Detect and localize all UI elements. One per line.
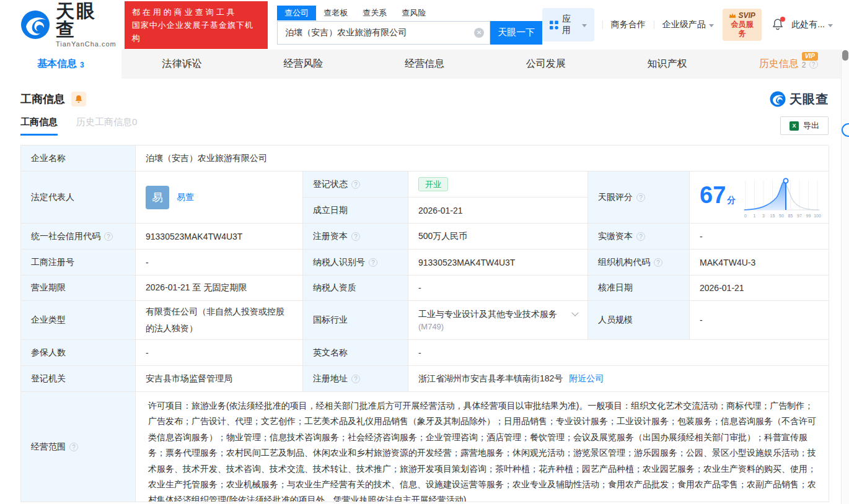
establish-date-value: 2026-01-21 [408,198,588,224]
business-info-table: 企业名称 泊壤（安吉）农业旅游有限公司 法定代表人 易 易萱 登记状态 开业 天… [20,145,829,502]
taxpayer-id-value: 91330523MAK4TW4U3T [408,250,588,276]
insured-count-label: 参保人数 [21,340,136,366]
reg-authority-label: 登记机关 [21,366,136,392]
legal-rep-label: 法定代表人 [21,172,136,224]
help-icon[interactable] [351,180,360,189]
chevron-down-icon[interactable] [571,310,578,316]
svg-text:97: 97 [797,214,802,218]
help-icon[interactable] [654,258,662,267]
scrollbar-track[interactable] [841,50,849,504]
industry-value: 工业与专业设计及其他专业技术服务 [418,309,557,320]
scrollbar-thumb[interactable] [842,50,848,61]
subtab-history-business-info[interactable]: 历史工商信息0 [76,116,137,136]
apps-menu[interactable]: 应用 [542,8,594,41]
search-button[interactable]: 天眼一下 [490,21,542,45]
monitor-bell-button[interactable] [71,92,86,106]
logo-title: 天眼查 [56,2,117,39]
help-icon[interactable] [104,232,113,241]
score-label-cell: 天眼评分 [588,172,690,224]
address-label-cell: 注册地址 [303,366,408,392]
company-nav-tabs: 基本信息 3 法律诉讼 经营风险 经营信息 公司发展 知识产权 VIP 历史信息… [0,50,849,79]
tab-count: 3 [80,61,84,69]
enterprise-products-menu[interactable]: 企业级产品 [662,19,714,30]
establish-date-label: 成立日期 [303,198,408,224]
clear-icon[interactable] [474,28,484,38]
reg-authority-value: 安吉县市场监督管理局 [136,366,303,392]
bell-icon [74,95,83,103]
taxpayer-quality-value: - [408,276,588,301]
reg-capital-value: 500万人民币 [408,224,588,250]
help-icon[interactable] [809,60,818,69]
notification-bell[interactable] [772,18,784,32]
tianyancha-watermark: 天眼查 [770,91,829,108]
business-cooperation-link[interactable]: 商务合作 [611,19,646,30]
paid-capital-value: - [690,224,829,250]
promo-line1: 都在用的商业查询工具 [132,6,260,19]
svg-text:85: 85 [788,214,793,218]
svip-member-button[interactable]: SVIP 会员服务 [723,9,762,41]
search-tab-relation[interactable]: 查关系 [355,6,394,20]
reg-status-cell: 开业 [408,172,588,198]
tab-history-info[interactable]: VIP 历史信息 2 [728,50,849,79]
search-tab-company[interactable]: 查公司 [277,6,316,20]
subtab-business-info[interactable]: 工商信息 [20,116,58,136]
address-cell: 浙江省湖州市安吉县孝丰镇南街182号 附近公司 [408,366,829,392]
nearby-companies-link[interactable]: 附近公司 [569,373,604,385]
legal-rep-avatar[interactable]: 易 [146,186,169,209]
search-tab-boss[interactable]: 查老板 [316,6,355,20]
help-icon[interactable] [636,193,645,202]
company-type-value: 有限责任公司（非自然人投资或控股的法人独资） [136,301,303,340]
svg-text:3: 3 [762,214,765,218]
tab-intellectual-property[interactable]: 知识产权 [607,50,728,79]
business-scope-label-cell: 经营范围 [21,392,136,502]
score-unit: 分 [727,195,736,205]
status-badge: 开业 [418,177,448,191]
company-name-label: 企业名称 [21,146,136,172]
approval-date-value: 2026-01-21 [690,276,829,301]
company-name-value: 泊壤（安吉）农业旅游有限公司 [136,146,829,172]
export-button[interactable]: 导出 [780,116,829,135]
help-icon[interactable] [351,375,360,383]
approval-date-label: 核准日期 [588,276,690,301]
tab-company-development[interactable]: 公司发展 [485,50,607,79]
reg-capital-label-cell: 注册资本 [303,224,408,250]
user-menu[interactable]: 此处有... [791,19,833,30]
tab-count: 2 [802,61,806,69]
help-icon[interactable] [636,232,645,241]
search-tab-risk[interactable]: 查风险 [394,6,433,20]
company-type-label: 企业类型 [21,301,136,340]
help-icon[interactable] [69,443,78,451]
promo-line2: 国家中小企业发展子基金旗下机构 [132,19,260,45]
section-title: 工商信息 [20,92,65,106]
tab-operating-info[interactable]: 经营信息 [364,50,485,79]
help-icon[interactable] [369,258,377,267]
excel-icon [790,121,799,131]
reg-number-label: 工商注册号 [21,250,136,276]
tianyancha-logo[interactable]: 天眼查 TianYanCha.com [20,2,117,48]
industry-code: (M749) [418,322,578,331]
uscc-value: 91330523MAK4TW4U3T [136,224,303,250]
search-input[interactable] [277,21,490,45]
vip-badge: VIP [802,52,818,61]
address-value: 浙江省湖州市安吉县孝丰镇南街182号 [418,373,563,385]
svg-text:0: 0 [744,214,747,218]
paid-capital-label-cell: 实缴资本 [588,224,690,250]
reg-status-label-cell: 登记状态 [303,172,408,198]
business-term-label: 营业期限 [21,276,136,301]
score-marker-pin [784,178,788,183]
legal-rep-link[interactable]: 易萱 [177,192,194,203]
help-icon[interactable] [351,232,360,241]
apps-label: 应用 [562,14,578,36]
member-service-label: 会员服务 [728,20,757,38]
logo-domain: TianYanCha.com [56,40,117,48]
header-menu: 应用 商务合作 企业级产品 SVIP 会员服务 [542,8,833,41]
staff-size-label: 人员规模 [588,301,690,340]
business-scope-value: 许可项目：旅游业务(依法须经批准的项目，经相关部门批准后方可开展经营活动，具体经… [136,392,829,502]
tab-basic-info[interactable]: 基本信息 3 [0,50,121,79]
tab-operating-risk[interactable]: 经营风险 [242,50,364,79]
tianyancha-logo-icon [770,91,786,107]
chevron-down-icon [828,24,833,27]
divider [602,20,603,29]
tab-legal-litigation[interactable]: 法律诉讼 [121,50,243,79]
score-distribution-chart: 0 1 3 15 50 85 97 99 100 [742,175,821,220]
